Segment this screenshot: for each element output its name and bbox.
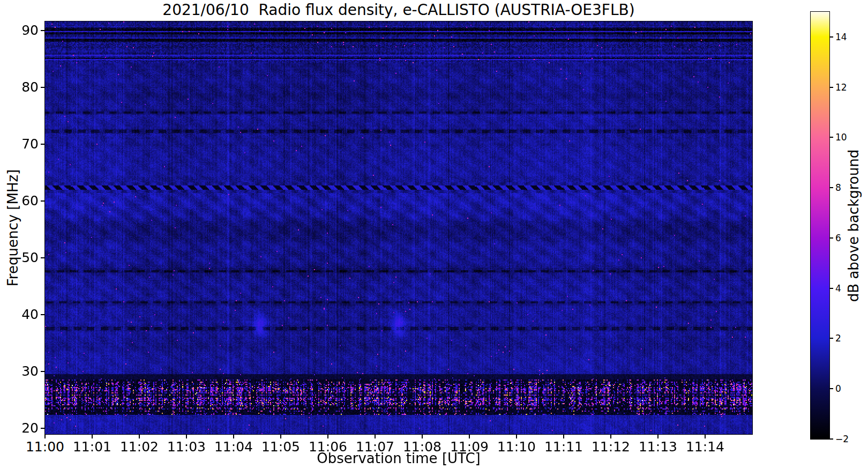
x-tick-mark [375, 435, 376, 438]
x-tick-mark [44, 435, 46, 438]
y-tick-label: 60 [8, 194, 39, 209]
x-tick-mark [280, 435, 281, 438]
colorbar-tick-mark [830, 438, 833, 440]
y-tick-mark [41, 428, 44, 429]
colorbar-label: dB above background [845, 113, 863, 338]
x-tick-mark [233, 435, 234, 438]
spectrogram-plot [44, 21, 753, 435]
colorbar-tick-label: −2 [835, 434, 849, 444]
x-tick-mark [139, 435, 140, 438]
colorbar-tick-mark [830, 288, 833, 289]
x-axis-label: Observation time [UTC] [45, 450, 752, 466]
colorbar-tick-label: 12 [835, 82, 847, 93]
colorbar-gradient [811, 12, 829, 439]
y-tick-label: 80 [8, 80, 39, 95]
colorbar-tick-label: 8 [835, 182, 841, 193]
y-tick-mark [41, 200, 44, 202]
y-tick-mark [41, 30, 44, 31]
x-tick-mark [563, 435, 564, 438]
x-tick-mark [610, 435, 611, 438]
y-tick-label: 70 [8, 137, 39, 152]
colorbar-tick-label: 6 [835, 233, 841, 243]
x-tick-mark [705, 435, 706, 438]
colorbar-tick-mark [830, 87, 833, 88]
colorbar-tick-mark [830, 36, 833, 38]
y-tick-label: 50 [8, 250, 39, 265]
colorbar-tick-label: 0 [835, 383, 841, 394]
colorbar-tick-mark [830, 237, 833, 239]
y-tick-mark [41, 87, 44, 88]
x-tick-mark [469, 435, 470, 438]
y-tick-mark [41, 257, 44, 258]
y-tick-label: 40 [8, 307, 39, 322]
chart-title: 2021/06/10 Radio flux density, e-CALLIST… [45, 1, 752, 19]
page: { "title": "2021/06/10 Radio flux densit… [0, 0, 868, 476]
x-tick-mark [422, 435, 423, 438]
colorbar-tick-mark [830, 137, 833, 138]
y-tick-mark [41, 144, 44, 145]
colorbar-tick-mark [830, 187, 833, 188]
y-axis-label: Frequency [MHz] [5, 121, 22, 335]
x-tick-mark [657, 435, 659, 438]
y-tick-label: 20 [8, 421, 39, 436]
colorbar [810, 11, 830, 440]
y-tick-mark [41, 314, 44, 315]
colorbar-tick-mark [830, 338, 833, 339]
colorbar-tick-label: 14 [835, 32, 847, 42]
y-tick-label: 90 [8, 23, 39, 38]
x-tick-mark [327, 435, 328, 438]
x-tick-mark [516, 435, 517, 438]
y-tick-label: 30 [8, 364, 39, 379]
colorbar-tick-label: 2 [835, 333, 841, 344]
x-tick-mark [186, 435, 187, 438]
colorbar-tick-mark [830, 388, 833, 389]
y-tick-mark [41, 371, 44, 372]
colorbar-tick-label: 4 [835, 283, 841, 294]
x-tick-mark [92, 435, 93, 438]
spectrogram-canvas [45, 21, 752, 434]
